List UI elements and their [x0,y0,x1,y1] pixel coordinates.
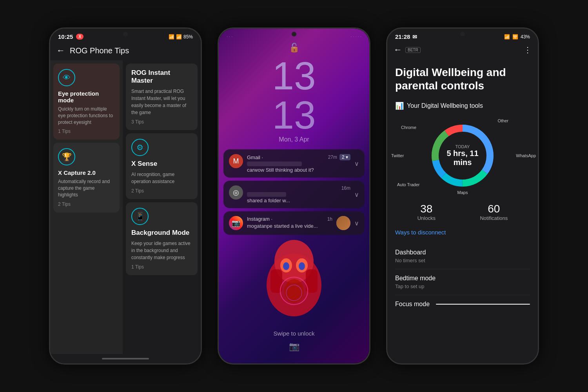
right-card-xsense[interactable]: ⚙ X Sense AI recognition, game operation… [126,133,198,199]
dw-time: 21:28 [395,33,410,40]
ls-notif-text-gmail: carwow Still thinking about it? [247,167,350,173]
app-bar: ← ROG Phone Tips [50,42,201,60]
dw-list-item-dashboard[interactable]: Dashboard No timers set [395,243,530,269]
dw-donut-chart[interactable]: TODAY 5 hrs, 11 mins [427,120,498,191]
phone-digital-wellbeing: 21:28 ✉ 📶 🛜 43% ← BETR ⋮ Digital Wellbei… [386,27,539,365]
gmail-icon: M [229,154,243,168]
right-card-title-rog: ROG Instant Master [131,69,192,85]
ls-notif-insta[interactable]: 📷 Instagram · 1h mogatanpe started a liv… [223,211,365,235]
unlocks-value: 38 [417,203,436,215]
ls-notif-text-msg: shared a folder w... [247,198,350,203]
dw-content: Digital Wellbeing and parental controls … [387,60,538,363]
phone1-screen: 10:25 X 📶 📶 85% ← ROG Phone Tips 👁 Eye p… [50,29,201,363]
dw-app-bar: ← BETR ⋮ [387,42,538,60]
dw-stat-unlocks: 38 Unlocks [417,203,436,221]
ls-notif-app-insta: Instagram · [247,216,272,222]
phone3-screen: 21:28 ✉ 📶 🛜 43% ← BETR ⋮ Digital Wellbei… [387,29,538,363]
right-card-desc-rog: Smart and practical ROG Instant Master, … [131,88,192,116]
right-card-desc-bgmode: Keep your idle games active in the backg… [131,240,192,261]
dw-app-bar-left: ← BETR [394,45,421,55]
dw-list-item-bedtime[interactable]: Bedtime mode Tap to set up [395,269,530,295]
phone-rog-tips: 10:25 X 📶 📶 85% ← ROG Phone Tips 👁 Eye p… [49,27,202,365]
ls-notif-gmail[interactable]: M Gmail · 27m 2 ▾ carwow Still thinking … [223,149,365,178]
dw-status-left: 21:28 ✉ [395,33,417,40]
unlocks-label: Unlocks [417,215,436,221]
eye-icon: 👁 [58,69,75,86]
tips-content: 👁 Eye protection mode Quickly turn on mu… [50,60,201,354]
screen-time-value: 5 hrs, 11 mins [446,149,478,167]
ls-time: 13 13 [219,56,369,134]
bedtime-sub: Tap to set up [395,283,530,289]
wifi-icon: 📶 [169,34,174,40]
swipe-text: Swipe to unlock [273,330,314,337]
right-card-bgmode[interactable]: 📱 Background Mode Keep your idle games a… [126,202,198,275]
dw-menu-icon[interactable]: ⋮ [524,45,532,54]
tip-card-eye[interactable]: 👁 Eye protection mode Quickly turn on mu… [53,64,120,140]
today-label: TODAY [445,144,480,149]
back-button[interactable]: ← [56,45,65,56]
ls-hour-bottom: 13 [219,95,369,134]
ls-notif-text-insta: mogatanpe started a live vide... [247,223,332,229]
avatar-circle [336,216,350,230]
bedtime-title: Bedtime mode [395,275,530,282]
tip-desc-eye: Quickly turn on multiple eye protection … [58,106,115,125]
ls-status-right: · · · · · [350,34,361,39]
focus-mode-title: Focus mode [395,301,430,308]
camera-notch-3 [460,32,465,36]
dw-stat-notifications: 60 Notifications [480,203,508,221]
expand-icon-gmail[interactable]: ∨ [354,160,359,167]
dw-signal-icon: 📶 [504,34,510,40]
ls-notif-header-insta: Instagram · 1h [247,216,332,222]
ls-notif-body-insta: Instagram · 1h mogatanpe started a live … [247,216,332,229]
donut-center: TODAY 5 hrs, 11 mins [445,144,480,167]
right-card-desc-xsense: AI recognition, game operation assistanc… [131,171,192,185]
ls-status-left: · · · [227,34,232,39]
signal-icon: 📶 [176,34,182,40]
home-indicator [50,354,201,363]
tip-count-xcapture: 2 Tips [58,201,115,207]
dw-wifi-icon: 🛜 [512,34,518,40]
lock-icon: 🔓 [219,43,369,53]
volume-btn-2 [201,115,202,138]
dw-battery: 43% [521,34,530,40]
dw-donut-container: Other Chrome Twitter WhatsApp Auto Trade… [395,116,530,195]
ls-notif-time-insta: 1h [327,216,332,222]
ls-notif-time-gmail: 27m [328,154,337,160]
dashboard-title: Dashboard [395,249,530,256]
camera-notch-2 [292,32,296,36]
focus-mode-line [436,304,530,305]
tip-card-xcapture[interactable]: 🏆 X Capture 2.0 Automatically record and… [53,143,120,212]
dw-focus-row[interactable]: Focus mode [395,295,530,313]
app-title: ROG Phone Tips [70,46,129,55]
ls-notif-body-gmail: Gmail · 27m 2 ▾ carwow Still thinking ab… [247,154,350,173]
tip-name-xcapture: X Capture 2.0 [58,169,115,176]
right-card-count-bgmode: 1 Tips [131,264,192,270]
right-card-rog[interactable]: ROG Instant Master Smart and practical R… [126,64,198,130]
ls-notif-msg[interactable]: ◎ 16m shared a folder w... ∨ [223,181,365,208]
xsense-icon: ⚙ [131,139,149,156]
dw-back-button[interactable]: ← [394,45,402,55]
camera-notch [123,32,128,36]
tip-count-eye: 1 Tips [58,129,115,134]
tip-name-eye: Eye protection mode [58,90,115,103]
status-left: 10:25 X [58,33,83,40]
ls-notif-header-msg: 16m [247,185,350,191]
disconnect-link[interactable]: Ways to disconnect [395,229,530,236]
dashboard-sub: No timers set [395,258,530,263]
ls-date: Mon, 3 Apr [219,136,369,143]
right-card-title-bgmode: Background Mode [131,229,192,237]
right-card-count-xsense: 2 Tips [131,188,192,194]
right-card-title-xsense: X Sense [131,160,192,168]
insta-avatar [336,216,350,230]
volume-btn-3 [370,83,370,107]
expand-icon-insta[interactable]: ∨ [354,220,359,227]
battery: 85% [183,34,193,40]
ls-swipe-area[interactable]: Swipe to unlock 📷 [219,330,369,363]
volume-btn [201,83,202,107]
status-icons: 📶 📶 85% [169,34,193,40]
ls-notif-header-gmail: Gmail · 27m 2 ▾ [247,154,350,160]
expand-icon-msg[interactable]: ∨ [354,191,359,198]
camera-icon[interactable]: 📷 [289,341,299,352]
home-bar [102,358,149,359]
ls-hour-top: 13 [219,56,369,95]
